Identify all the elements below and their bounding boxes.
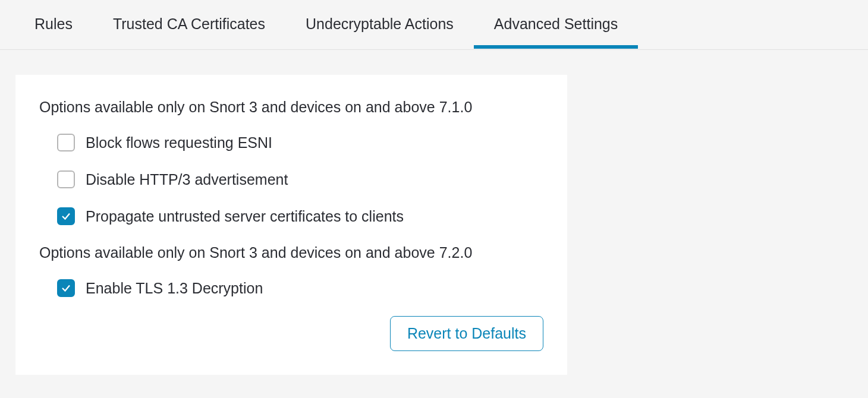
checkbox-label-disable-http3[interactable]: Disable HTTP/3 advertisement	[86, 171, 288, 188]
tab-advanced-settings[interactable]: Advanced Settings	[474, 1, 638, 48]
button-row: Revert to Defaults	[39, 316, 543, 351]
check-icon	[61, 211, 71, 222]
checkbox-label-block-esni[interactable]: Block flows requesting ESNI	[86, 134, 272, 151]
option-propagate-untrusted: Propagate untrusted server certificates …	[57, 207, 543, 225]
advanced-settings-panel: Options available only on Snort 3 and de…	[15, 75, 567, 375]
tab-rules[interactable]: Rules	[14, 1, 93, 48]
tab-trusted-ca-certificates[interactable]: Trusted CA Certificates	[93, 1, 285, 48]
checkbox-enable-tls13[interactable]	[57, 279, 75, 297]
checkbox-label-enable-tls13[interactable]: Enable TLS 1.3 Decryption	[86, 280, 263, 297]
option-block-esni: Block flows requesting ESNI	[57, 134, 543, 151]
option-enable-tls13: Enable TLS 1.3 Decryption	[57, 279, 543, 297]
section-heading-720: Options available only on Snort 3 and de…	[39, 244, 543, 261]
tab-undecryptable-actions[interactable]: Undecryptable Actions	[285, 1, 474, 48]
section-heading-710: Options available only on Snort 3 and de…	[39, 99, 543, 116]
checkbox-block-esni[interactable]	[57, 134, 75, 151]
check-icon	[61, 283, 71, 293]
checkbox-propagate-untrusted[interactable]	[57, 207, 75, 225]
checkbox-label-propagate-untrusted[interactable]: Propagate untrusted server certificates …	[86, 208, 404, 225]
revert-to-defaults-button[interactable]: Revert to Defaults	[390, 316, 543, 351]
checkbox-disable-http3[interactable]	[57, 170, 75, 188]
tab-bar: Rules Trusted CA Certificates Undecrypta…	[0, 0, 868, 50]
option-disable-http3: Disable HTTP/3 advertisement	[57, 170, 543, 188]
